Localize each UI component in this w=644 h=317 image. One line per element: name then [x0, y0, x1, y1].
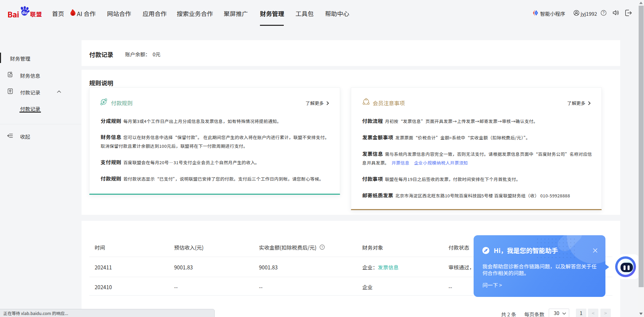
svg-text:?: ?	[321, 245, 323, 249]
svg-text:du: du	[22, 10, 27, 15]
svg-text:?: ?	[603, 11, 605, 15]
